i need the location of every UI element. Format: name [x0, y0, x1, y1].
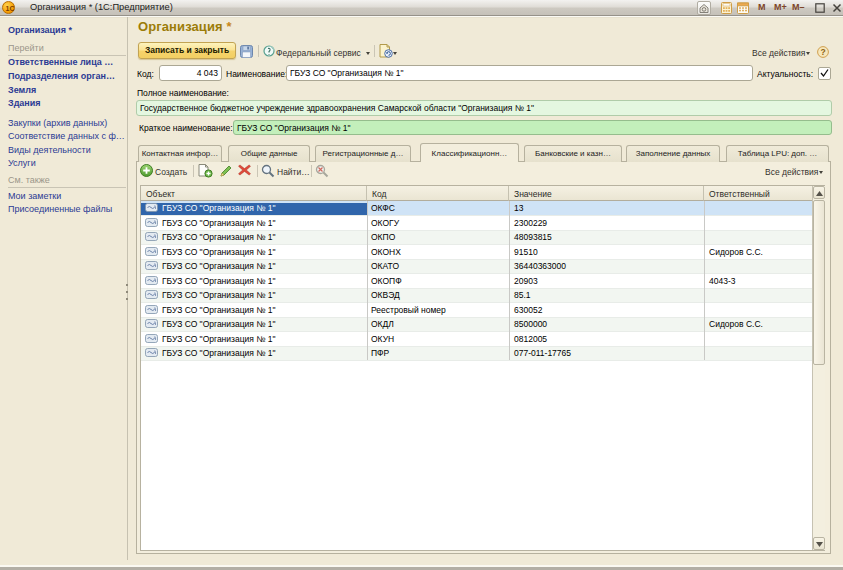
svg-text:?: ? [820, 47, 825, 57]
